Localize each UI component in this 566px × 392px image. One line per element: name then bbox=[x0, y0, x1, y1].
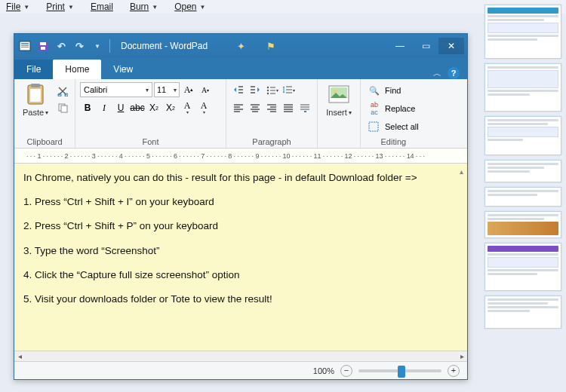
chevron-down-icon: ▼ bbox=[23, 4, 29, 11]
scroll-up-icon[interactable]: ▴ bbox=[457, 167, 466, 177]
zoom-slider-thumb[interactable] bbox=[398, 366, 405, 378]
svg-point-16 bbox=[266, 93, 268, 94]
underline-button[interactable]: U bbox=[113, 100, 128, 115]
decrease-indent-icon[interactable] bbox=[231, 82, 246, 97]
line-spacing-icon[interactable]: ▾ bbox=[281, 82, 296, 97]
redo-icon[interactable]: ↷ bbox=[72, 38, 87, 54]
thumbnail-page[interactable] bbox=[484, 160, 561, 182]
undo-icon[interactable]: ↶ bbox=[54, 38, 69, 54]
text-highlight-button[interactable]: A▾ bbox=[180, 100, 195, 115]
font-size-select[interactable]: 11▾ bbox=[154, 82, 180, 97]
paragraph-settings-icon[interactable] bbox=[297, 100, 312, 115]
scroll-left-icon[interactable]: ◂ bbox=[14, 351, 25, 361]
outer-menu-email[interactable]: Email bbox=[91, 2, 113, 12]
thumbnail-page[interactable] bbox=[484, 116, 561, 155]
thumbnail-page[interactable] bbox=[484, 5, 561, 59]
svg-rect-5 bbox=[40, 42, 46, 45]
quick-access-toolbar: ↶ ↷ ▼ bbox=[17, 38, 112, 54]
flag-icon[interactable]: ⚑ bbox=[263, 38, 278, 54]
view-tab[interactable]: View bbox=[101, 60, 145, 79]
save-icon[interactable] bbox=[35, 38, 51, 54]
font-family-select[interactable]: Calibri▾ bbox=[80, 82, 152, 97]
paste-button[interactable]: Paste▾ bbox=[19, 82, 52, 117]
zoom-in-button[interactable]: + bbox=[448, 365, 460, 377]
font-color-button[interactable]: A▾ bbox=[196, 100, 211, 115]
outer-menu-open[interactable]: Open▼ bbox=[174, 2, 205, 12]
svg-rect-3 bbox=[21, 47, 29, 47]
doc-paragraph: 5. Visit your downloads folder or Tote t… bbox=[23, 292, 458, 306]
document-body[interactable]: ▴ In Chrome, natively you can do this - … bbox=[14, 164, 467, 351]
group-label-paragraph: Paragraph bbox=[231, 136, 312, 146]
thumbnail-page[interactable] bbox=[484, 296, 561, 329]
select-all-button[interactable]: Select all bbox=[365, 118, 422, 135]
svg-rect-2 bbox=[21, 45, 29, 46]
svg-point-19 bbox=[334, 90, 337, 93]
svg-rect-8 bbox=[31, 84, 40, 87]
maximize-button[interactable]: ▭ bbox=[413, 38, 438, 54]
thumbnail-page[interactable] bbox=[484, 63, 561, 112]
ribbon-group-insert: Insert▾ bbox=[318, 79, 361, 148]
svg-point-10 bbox=[58, 93, 61, 96]
thumbnail-page[interactable] bbox=[484, 187, 561, 207]
group-label-editing: Editing bbox=[365, 136, 422, 146]
find-button[interactable]: 🔍Find bbox=[365, 82, 422, 99]
titlebar: ↶ ↷ ▼ Document - WordPad ✦ ⚑ — ▭ ✕ bbox=[14, 34, 467, 58]
zoom-out-button[interactable]: − bbox=[340, 365, 352, 377]
doc-paragraph: 2. Press “Ctrl + Shift + P” on your keyb… bbox=[23, 219, 458, 233]
group-label-font: Font bbox=[80, 136, 221, 146]
align-left-icon[interactable] bbox=[231, 100, 246, 115]
picture-icon bbox=[327, 82, 351, 106]
svg-rect-13 bbox=[61, 106, 67, 112]
thumbnail-page[interactable] bbox=[484, 243, 561, 291]
status-bar: 100% − + bbox=[14, 361, 467, 379]
align-justify-icon[interactable] bbox=[281, 100, 296, 115]
insert-button[interactable]: Insert▾ bbox=[322, 82, 355, 117]
outer-menu-print[interactable]: Print▼ bbox=[46, 2, 74, 12]
qat-dropdown-icon[interactable]: ▼ bbox=[90, 38, 105, 54]
thumbnail-strip[interactable] bbox=[481, 2, 564, 390]
grow-font-icon[interactable]: A▴ bbox=[181, 82, 196, 97]
zoom-slider[interactable] bbox=[358, 369, 441, 372]
copy-icon[interactable] bbox=[55, 100, 70, 115]
replace-button[interactable]: abacReplace bbox=[365, 100, 422, 117]
svg-rect-9 bbox=[30, 89, 41, 102]
collapse-ribbon-icon[interactable]: ︿ bbox=[433, 68, 441, 79]
minimize-button[interactable]: — bbox=[387, 38, 413, 54]
outer-menu-burn[interactable]: Burn▼ bbox=[130, 2, 158, 12]
subscript-button[interactable]: X2 bbox=[146, 100, 161, 115]
horizontal-scrollbar[interactable]: ◂ ▸ bbox=[14, 351, 467, 361]
chevron-down-icon: ▼ bbox=[68, 4, 74, 11]
pin-icon[interactable]: ✦ bbox=[233, 38, 248, 54]
scroll-right-icon[interactable]: ▸ bbox=[457, 351, 467, 361]
app-icon[interactable] bbox=[17, 38, 32, 54]
chevron-down-icon: ▼ bbox=[200, 4, 206, 11]
increase-indent-icon[interactable] bbox=[248, 82, 263, 97]
home-tab[interactable]: Home bbox=[53, 60, 101, 79]
ruler[interactable]: · · · 1 · · · · · · 2 · · · · · · 3 · · … bbox=[14, 149, 467, 164]
clipboard-icon bbox=[23, 82, 48, 106]
align-center-icon[interactable] bbox=[248, 100, 263, 115]
svg-rect-20 bbox=[369, 122, 378, 131]
help-icon[interactable]: ? bbox=[448, 67, 460, 79]
select-all-icon bbox=[368, 121, 380, 132]
align-right-icon[interactable] bbox=[264, 100, 279, 115]
superscript-button[interactable]: X2 bbox=[163, 100, 178, 115]
replace-icon: abac bbox=[368, 101, 380, 116]
ribbon-group-clipboard: Paste▾ Clipboard bbox=[14, 79, 75, 148]
cut-icon[interactable] bbox=[55, 84, 70, 99]
group-label-clipboard: Clipboard bbox=[19, 136, 70, 146]
doc-paragraph: 4. Click the “Capture full size screensh… bbox=[23, 268, 458, 282]
doc-paragraph: 3. Type the word “Screenshot” bbox=[23, 244, 458, 258]
svg-point-15 bbox=[266, 90, 268, 91]
thumbnail-page[interactable] bbox=[484, 211, 561, 238]
italic-button[interactable]: I bbox=[97, 100, 112, 115]
strikethrough-button[interactable]: abc bbox=[130, 100, 145, 115]
bold-button[interactable]: B bbox=[80, 100, 95, 115]
file-tab[interactable]: File bbox=[14, 60, 53, 79]
bullets-icon[interactable]: ▾ bbox=[264, 82, 279, 97]
close-button[interactable]: ✕ bbox=[438, 38, 464, 54]
outer-menu-file[interactable]: File▼ bbox=[6, 2, 29, 12]
chevron-down-icon: ▼ bbox=[152, 4, 158, 11]
shrink-font-icon[interactable]: A▾ bbox=[198, 82, 213, 97]
ruler-area: · · · 1 · · · · · · 2 · · · · · · 3 · · … bbox=[14, 149, 467, 164]
